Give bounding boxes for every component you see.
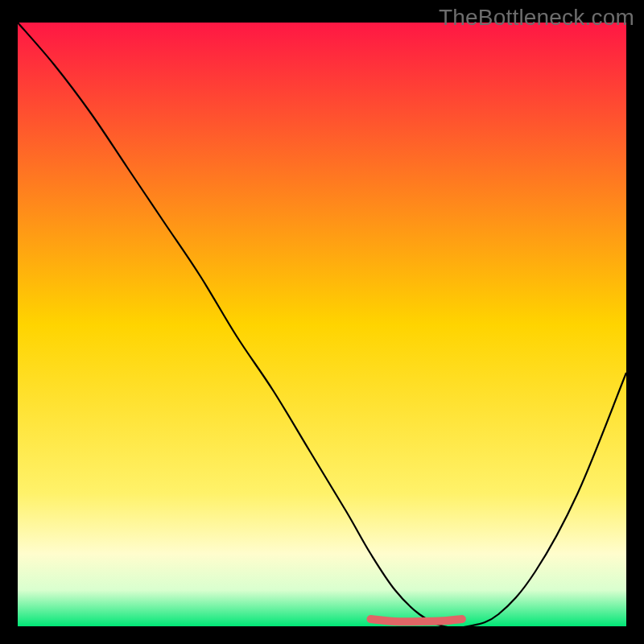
- gradient-background: [18, 23, 626, 626]
- plot-area: [18, 23, 626, 626]
- bottleneck-chart: [18, 23, 626, 626]
- chart-frame: TheBottleneck.com: [0, 0, 644, 644]
- optimal-band-marker: [370, 619, 461, 621]
- watermark-text: TheBottleneck.com: [439, 5, 634, 31]
